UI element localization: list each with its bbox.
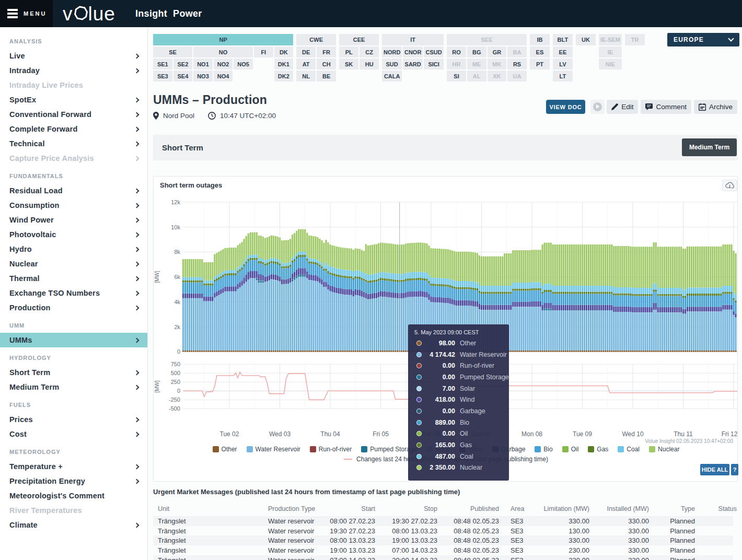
region-cell-fr[interactable]: FR bbox=[317, 46, 336, 57]
region-cell-no3[interactable]: NO3 bbox=[193, 71, 213, 81]
sidebar-item-precipitation-energy[interactable]: Precipitation Energy bbox=[0, 474, 147, 488]
umm-table-row[interactable]: TrängsletWater reservoir19:00 13.03.2307… bbox=[153, 545, 733, 555]
sidebar-item-wind-power[interactable]: Wind Power bbox=[0, 213, 147, 227]
region-cell-se3[interactable]: SE3 bbox=[153, 71, 172, 81]
legend-item-changes[interactable]: Changes last 24 hours (From timestamp of… bbox=[344, 456, 548, 463]
legend-item-pumped_storage[interactable]: Pumped Storage bbox=[361, 446, 417, 453]
region-cell-rs[interactable]: RS bbox=[507, 59, 527, 69]
sidebar-item-nuclear[interactable]: Nuclear bbox=[0, 256, 147, 271]
region-cell-sk[interactable]: SK bbox=[339, 59, 358, 69]
region-cell-bg[interactable]: BG bbox=[467, 46, 486, 57]
region-cell-no5[interactable]: NO5 bbox=[234, 59, 253, 69]
hide-all-button[interactable]: HIDE ALL bbox=[700, 464, 729, 475]
europe-dropdown[interactable]: EUROPE bbox=[667, 33, 739, 46]
region-cell-hu[interactable]: HU bbox=[360, 59, 379, 69]
sidebar-item-thermal[interactable]: Thermal bbox=[0, 271, 147, 286]
region-cell-dk[interactable]: DK bbox=[274, 46, 294, 57]
sidebar-item-technical[interactable]: Technical bbox=[0, 136, 147, 151]
region-cell-de[interactable]: DE bbox=[296, 46, 316, 57]
comment-button[interactable]: Comment bbox=[641, 100, 691, 114]
region-cell-sard[interactable]: SARD bbox=[403, 59, 423, 69]
sidebar-item-prices[interactable]: Prices bbox=[0, 412, 147, 427]
umm-table-row[interactable]: TrängsletWater reservoir08:00 27.02.2319… bbox=[153, 516, 733, 526]
legend-item-bio[interactable]: Bio bbox=[535, 446, 552, 453]
region-header-blt[interactable]: BLT bbox=[553, 34, 573, 45]
region-cell-dk2[interactable]: DK2 bbox=[274, 71, 294, 81]
sidebar-item-production[interactable]: Production bbox=[0, 300, 147, 315]
region-header-np[interactable]: NP bbox=[153, 34, 293, 45]
sidebar-item-live[interactable]: Live bbox=[0, 49, 147, 63]
region-cell-fi[interactable]: FI bbox=[254, 46, 273, 57]
medium-term-button[interactable]: Medium Term bbox=[682, 138, 737, 156]
legend-item-gas[interactable]: Gas bbox=[588, 446, 608, 453]
legend-item-run_of_river[interactable]: Run-of-river bbox=[310, 446, 352, 453]
publish-button[interactable] bbox=[590, 100, 605, 114]
region-header-cwe[interactable]: CWE bbox=[296, 34, 336, 45]
region-header-cee[interactable]: CEE bbox=[339, 34, 379, 45]
sidebar-item-residual-load[interactable]: Residual Load bbox=[0, 183, 147, 198]
sidebar-item-climate[interactable]: Climate bbox=[0, 518, 147, 532]
sidebar-item-temperature-[interactable]: Temperature + bbox=[0, 459, 147, 474]
region-cell-no4[interactable]: NO4 bbox=[214, 71, 233, 81]
view-doc-button[interactable]: VIEW DOC bbox=[546, 100, 585, 114]
region-cell-cnor[interactable]: CNOR bbox=[403, 46, 423, 57]
legend-item-wind[interactable]: Wind bbox=[459, 446, 482, 453]
region-header-it[interactable]: IT bbox=[382, 34, 444, 45]
legend-item-coal[interactable]: Coal bbox=[618, 446, 640, 453]
sidebar-item-complete-forward[interactable]: Complete Forward bbox=[0, 122, 147, 136]
region-cell-be[interactable]: BE bbox=[317, 71, 336, 81]
sidebar-item-consumption[interactable]: Consumption bbox=[0, 198, 147, 213]
region-cell-ch[interactable]: CH bbox=[317, 59, 336, 69]
region-cell-se1[interactable]: SE1 bbox=[153, 59, 172, 69]
region-cell-ee[interactable]: EE bbox=[553, 46, 573, 57]
outages-chart[interactable]: 02k4k6k8k10k12k7505002500-250-500Tue 02W… bbox=[154, 177, 738, 482]
legend-item-nuclear[interactable]: Nuclear bbox=[649, 446, 679, 453]
region-cell-sud[interactable]: SUD bbox=[382, 59, 402, 69]
sidebar-item-hydro[interactable]: Hydro bbox=[0, 242, 147, 256]
region-cell-se4[interactable]: SE4 bbox=[173, 71, 193, 81]
region-cell-lv[interactable]: LV bbox=[553, 59, 573, 69]
sidebar-item-intraday[interactable]: Intraday bbox=[0, 63, 147, 78]
archive-button[interactable]: Archive bbox=[694, 100, 737, 114]
region-header-see[interactable]: SEE bbox=[447, 34, 527, 45]
sidebar-item-umms[interactable]: UMMs bbox=[0, 333, 147, 347]
region-cell-si[interactable]: SI bbox=[447, 71, 466, 81]
help-button[interactable]: ? bbox=[731, 464, 738, 475]
sidebar-item-conventional-forward[interactable]: Conventional Forward bbox=[0, 107, 147, 122]
umm-table-row[interactable]: TrängsletWater reservoir08:00 13.03.2319… bbox=[153, 535, 733, 545]
region-cell-nord[interactable]: NORD bbox=[382, 46, 402, 57]
umm-table-row[interactable]: TrängsletWater reservoir19:30 27.02.2308… bbox=[153, 526, 733, 536]
region-cell-pt[interactable]: PT bbox=[530, 59, 550, 69]
menu-button[interactable]: MENU bbox=[0, 0, 53, 27]
region-cell-lt[interactable]: LT bbox=[553, 71, 573, 81]
legend-item-garbage[interactable]: Garbage bbox=[492, 446, 526, 453]
umm-table-row[interactable]: TrängsletWater reservoir07:00 14.03.2320… bbox=[153, 555, 733, 560]
sidebar-item-spotex[interactable]: SpotEx bbox=[0, 92, 147, 107]
region-cell-se2[interactable]: SE2 bbox=[173, 59, 193, 69]
sidebar-item-photovoltaic[interactable]: Photovoltaic bbox=[0, 227, 147, 242]
sidebar-item-short-term[interactable]: Short Term bbox=[0, 365, 147, 380]
legend-item-solar[interactable]: Solar bbox=[426, 446, 450, 453]
region-cell-se[interactable]: SE bbox=[153, 46, 192, 57]
legend-item-water_reservoir[interactable]: Water Reservoir bbox=[247, 446, 300, 453]
region-header-ib[interactable]: IB bbox=[530, 34, 550, 45]
edit-button[interactable]: Edit bbox=[607, 100, 638, 114]
region-cell-nl[interactable]: NL bbox=[296, 71, 316, 81]
region-cell-ro[interactable]: RO bbox=[447, 46, 466, 57]
region-cell-no2[interactable]: NO2 bbox=[214, 59, 233, 69]
region-cell-es[interactable]: ES bbox=[530, 46, 550, 57]
region-cell-pl[interactable]: PL bbox=[339, 46, 358, 57]
region-cell-at[interactable]: AT bbox=[296, 59, 316, 69]
region-cell-cala[interactable]: CALA bbox=[382, 71, 402, 81]
region-cell-gr[interactable]: GR bbox=[488, 46, 507, 57]
region-header-uk[interactable]: UK bbox=[576, 34, 596, 45]
region-cell-no1[interactable]: NO1 bbox=[193, 59, 213, 69]
sidebar-item-medium-term[interactable]: Medium Term bbox=[0, 380, 147, 394]
legend-item-other[interactable]: Other bbox=[213, 446, 237, 453]
sidebar-item-exchange-tso-numbers[interactable]: Exchange TSO Numbers bbox=[0, 286, 147, 300]
region-header-tr[interactable]: TR bbox=[625, 34, 645, 45]
region-cell-csud[interactable]: CSUD bbox=[424, 46, 444, 57]
sidebar-item-cost[interactable]: Cost bbox=[0, 427, 147, 441]
region-cell-sici[interactable]: SICI bbox=[424, 59, 444, 69]
legend-item-oil[interactable]: Oil bbox=[562, 446, 579, 453]
